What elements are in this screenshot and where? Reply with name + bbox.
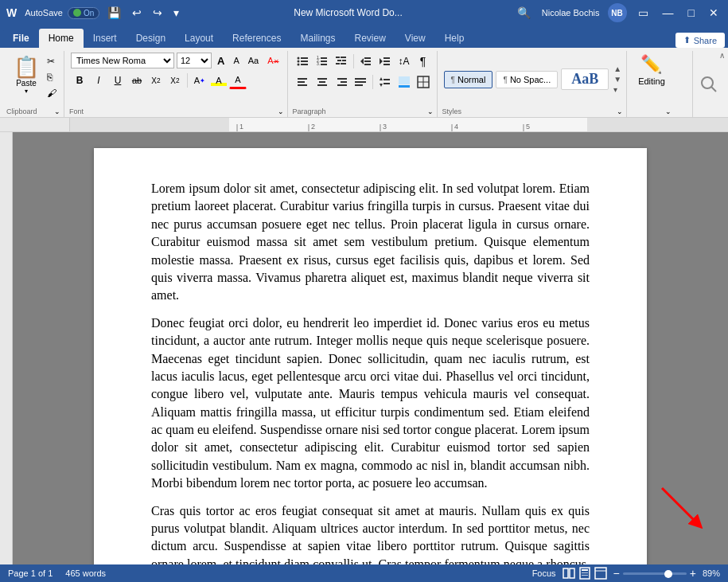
user-avatar[interactable]: NB: [608, 3, 627, 22]
zoom-thumb[interactable]: [664, 570, 672, 578]
increase-indent-button[interactable]: [376, 53, 394, 70]
ribbon-display-options[interactable]: ▭: [635, 5, 652, 21]
format-painter-button[interactable]: 🖌: [45, 86, 59, 100]
collapse-ribbon-button[interactable]: ∧: [718, 49, 726, 61]
decrease-indent-button[interactable]: [357, 53, 375, 70]
svg-text:2: 2: [311, 123, 315, 131]
align-left-button[interactable]: [294, 73, 312, 91]
tab-help[interactable]: Help: [435, 29, 474, 48]
paragraph-dialog-launcher[interactable]: ⌄: [427, 107, 434, 115]
view-buttons: [563, 567, 607, 580]
read-mode-button[interactable]: [563, 567, 575, 580]
multilevel-list-button[interactable]: [333, 53, 350, 70]
shading-button[interactable]: [395, 73, 413, 91]
redo-button[interactable]: ↪: [150, 5, 165, 21]
styles-scroll-up[interactable]: ▲: [613, 64, 621, 73]
font-dialog-launcher[interactable]: ⌄: [278, 107, 284, 115]
svg-rect-43: [399, 85, 410, 88]
paste-button[interactable]: 📋 Paste ▾: [8, 53, 45, 99]
minimize-button[interactable]: —: [660, 5, 677, 21]
underline-button[interactable]: U: [109, 72, 127, 89]
style-normal[interactable]: ¶ Normal: [444, 71, 493, 88]
justify-button[interactable]: [352, 73, 369, 91]
svg-marker-38: [380, 77, 383, 80]
font-grow-button[interactable]: A: [214, 53, 228, 68]
tab-home[interactable]: Home: [39, 29, 84, 48]
show-marks-button[interactable]: ¶: [415, 53, 432, 70]
print-layout-button[interactable]: [578, 567, 591, 580]
maximize-button[interactable]: □: [685, 5, 698, 21]
align-center-button[interactable]: [313, 73, 331, 91]
document-title: New Microsoft Word Do...: [182, 7, 514, 18]
close-button[interactable]: ✕: [706, 5, 722, 21]
sep1: [187, 73, 188, 88]
bullets-button[interactable]: [294, 53, 312, 70]
share-button[interactable]: ⬆ Share: [675, 33, 725, 48]
clipboard-dialog-launcher[interactable]: ⌄: [54, 107, 60, 115]
svg-rect-50: [70, 118, 229, 131]
superscript-button[interactable]: X2: [166, 72, 184, 89]
text-effects-button[interactable]: A✦: [191, 72, 208, 89]
style-no-spacing[interactable]: ¶ No Spac...: [496, 71, 558, 88]
paragraph-1: Lorem ipsum dolor sit amet, consectetur …: [151, 180, 590, 305]
zoom-percentage[interactable]: 89%: [703, 568, 720, 578]
clear-format-button[interactable]: A✕: [264, 54, 282, 67]
search-icon[interactable]: [699, 75, 718, 94]
style-heading1[interactable]: AaB: [561, 68, 609, 90]
editing-dialog-launcher[interactable]: ⌄: [665, 107, 672, 115]
styles-scroll-down[interactable]: ▼: [613, 75, 621, 84]
tab-mailings[interactable]: Mailings: [290, 29, 345, 48]
undo-button[interactable]: ↩: [129, 5, 145, 21]
font-size-select[interactable]: 12: [177, 53, 212, 68]
document-page[interactable]: Lorem ipsum dolor sit amet, consectetur …: [94, 148, 647, 564]
zoom-minus-button[interactable]: −: [613, 567, 620, 580]
styles-dialog-launcher[interactable]: ⌄: [617, 107, 623, 115]
tab-view[interactable]: View: [395, 29, 435, 48]
text-highlight-button[interactable]: A: [210, 72, 228, 89]
tab-references[interactable]: References: [223, 29, 290, 48]
tab-file[interactable]: File: [3, 29, 39, 48]
svg-rect-42: [399, 76, 410, 84]
copy-button[interactable]: ⎘: [45, 70, 59, 84]
svg-rect-27: [298, 81, 305, 83]
ribbon: 📋 Paste ▾ ✂ ⎘ 🖌 Clipboard ⌄ Times New Ro…: [0, 48, 728, 118]
svg-rect-41: [383, 83, 390, 84]
svg-point-2: [297, 61, 299, 63]
font-color-button[interactable]: A: [229, 72, 247, 89]
quick-access-more[interactable]: ▾: [170, 5, 182, 21]
subscript-button[interactable]: X2: [147, 72, 165, 89]
tab-layout[interactable]: Layout: [175, 29, 223, 48]
focus-label[interactable]: Focus: [532, 568, 556, 578]
svg-rect-23: [383, 57, 390, 59]
editing-content: ✏️ Editing: [638, 54, 665, 106]
document-area[interactable]: Lorem ipsum dolor sit amet, consectetur …: [13, 132, 728, 564]
font-shrink-button[interactable]: A: [230, 54, 242, 67]
bold-button[interactable]: B: [71, 72, 88, 89]
word-logo: W: [6, 6, 17, 19]
web-layout-button[interactable]: [594, 567, 607, 580]
save-button[interactable]: 💾: [104, 5, 124, 21]
numbering-button[interactable]: 1.2.3.: [313, 53, 331, 70]
line-spacing-button[interactable]: [376, 73, 394, 91]
borders-button[interactable]: [415, 73, 432, 91]
zoom-plus-button[interactable]: +: [690, 567, 696, 580]
styles-more-button[interactable]: ▾: [613, 85, 621, 94]
clipboard-group: 📋 Paste ▾ ✂ ⎘ 🖌 Clipboard ⌄: [3, 51, 64, 117]
tab-review[interactable]: Review: [345, 29, 395, 48]
autosave-toggle[interactable]: On: [68, 7, 99, 19]
editing-group: ✏️ Editing ⌄: [629, 51, 675, 117]
cut-button[interactable]: ✂: [45, 54, 59, 68]
svg-rect-40: [383, 79, 390, 80]
search-button[interactable]: 🔍: [514, 5, 534, 21]
tab-insert[interactable]: Insert: [84, 29, 127, 48]
font-family-select[interactable]: Times New Roma: [71, 53, 174, 68]
zoom-track[interactable]: [623, 572, 687, 575]
strikethrough-button[interactable]: ab: [128, 72, 146, 89]
align-right-button[interactable]: [333, 73, 350, 91]
change-case-button[interactable]: Aa: [245, 54, 262, 67]
sort-button[interactable]: ↕A: [395, 53, 413, 70]
svg-rect-24: [383, 61, 390, 62]
tab-design[interactable]: Design: [127, 29, 175, 48]
italic-button[interactable]: I: [90, 72, 107, 89]
styles-group: ¶ Normal ¶ No Spac... AaB ▲ ▼: [439, 51, 628, 117]
